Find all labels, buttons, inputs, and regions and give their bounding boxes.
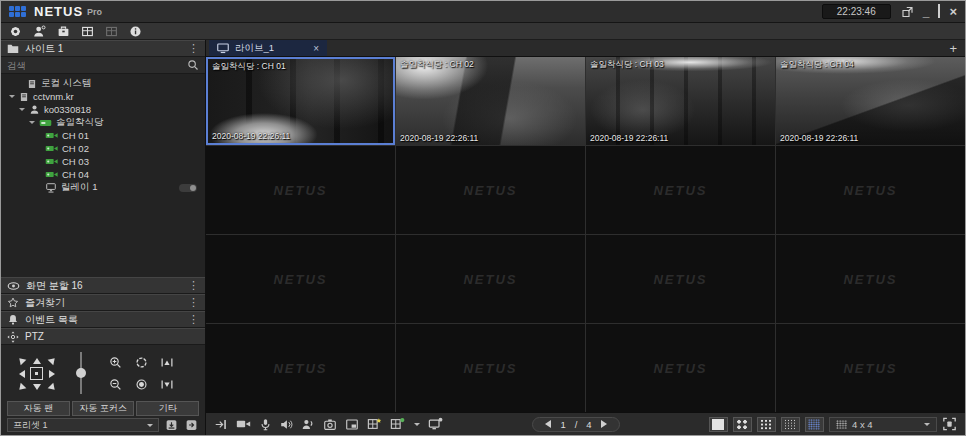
- video-tile-ch03[interactable]: 솔일착식당 : CH 03 2020-08-19 22:26:11: [586, 57, 775, 145]
- tree-item-server[interactable]: cctvnm.kr: [1, 90, 205, 103]
- ptz-down-icon[interactable]: [33, 384, 41, 394]
- tab-close-icon[interactable]: ×: [313, 43, 319, 54]
- video-tile-empty[interactable]: NETUS: [586, 324, 775, 412]
- focus-near-icon[interactable]: [160, 378, 174, 391]
- video-tile-empty[interactable]: NETUS: [776, 324, 965, 412]
- camera-icon[interactable]: [236, 418, 251, 430]
- ptz-right-icon[interactable]: [49, 370, 59, 378]
- fullscreen-icon[interactable]: [942, 417, 957, 431]
- site-panel-header[interactable]: 사이트 1 ⋮: [1, 40, 205, 57]
- auto-pan-button[interactable]: 자동 팬: [7, 401, 70, 416]
- zoom-out-icon[interactable]: [109, 378, 122, 391]
- expander-icon[interactable]: [19, 108, 25, 114]
- search-icon[interactable]: [187, 59, 199, 71]
- tree-item-device[interactable]: 솔일착식당: [1, 116, 205, 129]
- remove-channel-icon[interactable]: [214, 418, 228, 431]
- settings-gear-icon[interactable]: [9, 25, 22, 38]
- minimize-button[interactable]: _: [923, 6, 930, 18]
- microphone-icon[interactable]: [259, 418, 272, 431]
- auto-focus-button[interactable]: 자동 포커스: [72, 401, 135, 416]
- ptz-center-icon[interactable]: [30, 367, 43, 380]
- device-tree: 로컬 시스템 cctvnm.kr ko0330818 솔일착식당: [1, 74, 205, 197]
- video-tile-empty[interactable]: NETUS: [206, 235, 395, 323]
- layout-preset-caret-icon[interactable]: [414, 423, 420, 429]
- add-user-icon[interactable]: [33, 25, 46, 38]
- detach-window-icon[interactable]: [901, 6, 914, 18]
- expander-icon[interactable]: [29, 121, 35, 127]
- video-tile-empty[interactable]: NETUS: [396, 324, 585, 412]
- tree-item-account[interactable]: ko0330818: [1, 103, 205, 116]
- preset-go-icon[interactable]: [183, 419, 199, 432]
- search-input[interactable]: [7, 60, 187, 71]
- favorites-panel-header[interactable]: 즐겨찾기 ⋮: [1, 294, 205, 311]
- tree-item-channel[interactable]: CH 03: [1, 155, 205, 168]
- screen-split-menu-icon[interactable]: ⋮: [188, 280, 199, 291]
- favorites-title: 즐겨찾기: [25, 296, 65, 310]
- layout-select[interactable]: 4 x 4: [829, 417, 937, 432]
- ptz-speed-slider[interactable]: [68, 350, 94, 398]
- layout-table-icon[interactable]: [81, 25, 94, 38]
- camera-title: 솔일착식당 : CH 01: [212, 61, 286, 73]
- screen-split-panel-header[interactable]: 화면 분할 16 ⋮: [1, 277, 205, 294]
- zoom-in-icon[interactable]: [109, 356, 122, 369]
- ptz-left-icon[interactable]: [15, 370, 25, 378]
- next-page-icon[interactable]: [601, 420, 611, 428]
- video-tile-empty[interactable]: NETUS: [396, 146, 585, 234]
- add-tab-button[interactable]: +: [949, 42, 957, 55]
- camera-title: 솔일착식당 : CH 02: [400, 59, 474, 71]
- layout-5x5-button[interactable]: [805, 417, 824, 432]
- ptz-etc-button[interactable]: 기타: [136, 401, 199, 416]
- save-layout-icon[interactable]: [367, 417, 382, 431]
- netus-watermark: NETUS: [463, 272, 517, 287]
- video-tile-empty[interactable]: NETUS: [586, 146, 775, 234]
- speaker-icon[interactable]: [280, 418, 293, 431]
- layout-4x4-button[interactable]: [781, 417, 800, 432]
- video-tile-ch02[interactable]: 솔일착식당 : CH 02 2020-08-19 22:26:11: [396, 57, 585, 145]
- video-tile-ch04[interactable]: 솔일착식당 : CH 04 2020-08-19 22:26:11: [776, 57, 965, 145]
- relay-toggle[interactable]: [179, 184, 197, 192]
- prev-page-icon[interactable]: [541, 420, 551, 428]
- ptz-up-left-icon[interactable]: [13, 352, 26, 365]
- layout-2x2-button[interactable]: [733, 417, 752, 432]
- display-settings-icon[interactable]: [428, 417, 443, 431]
- layout-1x1-button[interactable]: [709, 417, 728, 432]
- video-tile-empty[interactable]: NETUS: [206, 324, 395, 412]
- favorites-menu-icon[interactable]: ⋮: [188, 297, 199, 308]
- layout-3x3-button[interactable]: [757, 417, 776, 432]
- focus-far-icon[interactable]: [160, 356, 174, 369]
- close-button[interactable]: ×: [949, 5, 957, 18]
- video-tile-empty[interactable]: NETUS: [776, 235, 965, 323]
- iris-open-icon[interactable]: [135, 356, 148, 369]
- site-panel-menu-icon[interactable]: ⋮: [188, 43, 199, 54]
- tree-item-channel[interactable]: CH 02: [1, 142, 205, 155]
- tree-item-channel[interactable]: CH 04: [1, 168, 205, 181]
- tree-item-local-system[interactable]: 로컬 시스템: [1, 77, 205, 90]
- iris-close-icon[interactable]: [135, 378, 148, 391]
- event-list-panel-header[interactable]: 이벤트 목록 ⋮: [1, 311, 205, 328]
- info-icon[interactable]: [129, 25, 142, 38]
- tree-item-relay[interactable]: 릴레이 1: [1, 181, 205, 194]
- video-tile-empty[interactable]: NETUS: [776, 146, 965, 234]
- ptz-up-icon[interactable]: [33, 354, 41, 364]
- backup-box-icon[interactable]: [57, 25, 70, 38]
- ptz-up-right-icon[interactable]: [47, 352, 60, 365]
- snapshot-icon[interactable]: [323, 418, 337, 431]
- ptz-down-right-icon[interactable]: [47, 382, 60, 395]
- video-tile-empty[interactable]: NETUS: [396, 235, 585, 323]
- video-tile-empty[interactable]: NETUS: [206, 146, 395, 234]
- ptz-down-left-icon[interactable]: [13, 382, 26, 395]
- tree-item-channel[interactable]: CH 01: [1, 129, 205, 142]
- video-tile-empty[interactable]: NETUS: [586, 235, 775, 323]
- event-list-menu-icon[interactable]: ⋮: [188, 314, 199, 325]
- preset-save-icon[interactable]: [163, 419, 179, 432]
- expander-icon[interactable]: [9, 95, 15, 101]
- video-tile-ch01[interactable]: 솔일착식당 : CH 01 2020-08-19 22:26:11: [206, 57, 395, 145]
- ptz-panel-header[interactable]: PTZ: [1, 328, 205, 345]
- two-way-audio-icon[interactable]: [301, 418, 315, 431]
- camera-timestamp: 2020-08-19 22:26:11: [780, 133, 858, 143]
- tab-live-1[interactable]: 라이브_1 ×: [209, 40, 327, 56]
- layout-preset-icon[interactable]: [390, 417, 405, 431]
- maximize-button[interactable]: [938, 6, 940, 17]
- preset-dropdown[interactable]: 프리셋 1: [7, 418, 159, 432]
- pip-view-icon[interactable]: [345, 418, 359, 431]
